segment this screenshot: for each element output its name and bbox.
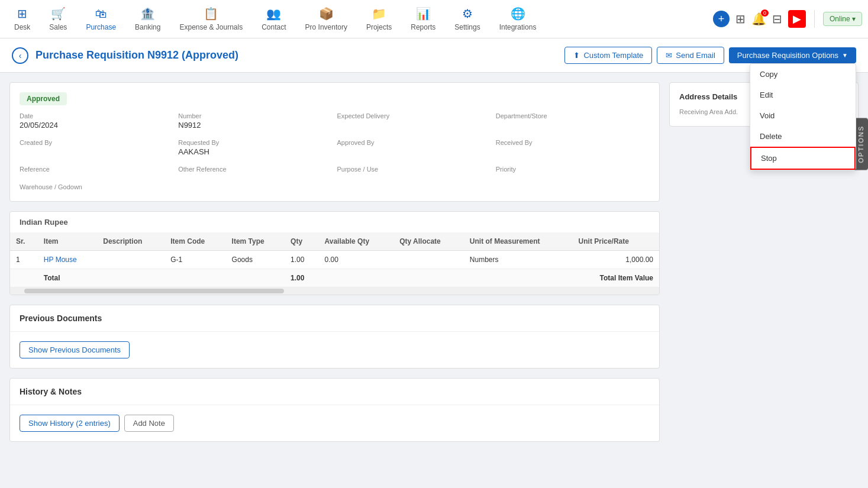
cell-uom: Numbers [464, 251, 573, 269]
nav-label-contact: Contact [262, 23, 286, 31]
field-department-store: Department/Store [496, 112, 650, 130]
main-content: Approved Date 20/05/2024 Number N9912 Ex… [0, 73, 868, 461]
nav-item-contact[interactable]: 👥 Contact [253, 2, 294, 36]
field-label-purpose-use: Purpose / Use [337, 166, 491, 173]
table-row: 1 HP Mouse G-1 Goods 1.00 0.00 Numbers 1… [10, 251, 659, 269]
nav-item-banking[interactable]: 🏦 Banking [127, 2, 169, 36]
options-dropdown-container: Purchase Requisition Options ▼ Copy Edit… [729, 47, 856, 63]
previous-documents-body: Show Previous Documents [10, 332, 659, 368]
col-header-available-qty: Available Qty [319, 232, 394, 251]
reports-icon: 📊 [416, 7, 431, 21]
add-note-button[interactable]: Add Note [124, 415, 174, 432]
dropdown-item-void[interactable]: Void [750, 105, 856, 126]
nav-item-integrations[interactable]: 🌐 Integrations [491, 2, 545, 36]
integrations-icon: 🌐 [511, 7, 525, 21]
nav-items: ⊞ Desk 🛒 Sales 🛍 Purchase 🏦 Banking 📋 Ex… [6, 2, 713, 36]
field-reference: Reference [20, 166, 173, 174]
nav-label-desk: Desk [14, 23, 30, 31]
status-badge: Approved [20, 92, 67, 105]
col-header-item-code: Item Code [164, 232, 225, 251]
nav-item-pro-inventory[interactable]: 📦 Pro Inventory [297, 2, 356, 36]
cell-item-code: G-1 [164, 251, 225, 269]
field-label-date: Date [20, 112, 173, 119]
field-label-other-reference: Other Reference [178, 166, 332, 173]
template-icon: ⬆ [573, 51, 580, 60]
notification-icon[interactable]: 🔔 0 [751, 12, 766, 26]
show-history-button[interactable]: Show History (2 entries) [20, 415, 120, 432]
previous-documents-header: Previous Documents [10, 305, 659, 332]
history-notes-header: History & Notes [10, 379, 659, 405]
field-value-date: 20/05/2024 [20, 121, 173, 130]
settings-icon: ⚙ [462, 7, 473, 21]
dropdown-item-edit[interactable]: Edit [750, 85, 856, 105]
field-value-number: N9912 [178, 121, 332, 130]
header-bar: ‹ Purchase Requisition N9912 (Approved) … [0, 38, 868, 73]
nav-item-sales[interactable]: 🛒 Sales [41, 2, 75, 36]
total-empty-3 [226, 269, 285, 287]
col-header-sr: Sr. [10, 232, 38, 251]
send-email-button[interactable]: ✉ Send Email [657, 47, 724, 64]
total-empty-2 [164, 269, 225, 287]
field-label-received-by: Received By [496, 139, 650, 146]
nav-right: + ⊞ 🔔 0 ⊟ ▶ Online ▾ [713, 10, 862, 28]
field-value-requested-by: AAKASH [178, 147, 332, 156]
history-notes-section: History & Notes Show History (2 entries)… [9, 378, 660, 442]
youtube-button[interactable]: ▶ [788, 10, 806, 28]
col-header-description: Description [97, 232, 164, 251]
field-label-requested-by: Requested By [178, 139, 332, 146]
nav-item-reports[interactable]: 📊 Reports [402, 2, 444, 36]
nav-label-projects: Projects [366, 23, 392, 31]
col-header-qty: Qty [285, 232, 318, 251]
scrollbar-thumb [24, 289, 284, 293]
back-button[interactable]: ‹ [12, 47, 28, 64]
dropdown-item-copy[interactable]: Copy [750, 64, 856, 85]
field-label-reference: Reference [20, 166, 173, 173]
show-previous-docs-button[interactable]: Show Previous Documents [20, 341, 130, 358]
nav-divider [814, 10, 815, 28]
stack-icon[interactable]: ⊞ [735, 12, 746, 26]
form-card: Approved Date 20/05/2024 Number N9912 Ex… [9, 82, 660, 202]
cell-sr: 1 [10, 251, 38, 269]
field-received-by: Received By [496, 139, 650, 156]
horizontal-scrollbar[interactable] [10, 287, 659, 295]
field-label-department-store: Department/Store [496, 112, 650, 119]
custom-template-button[interactable]: ⬆ Custom Template [564, 47, 652, 64]
col-header-unit-price: Unit Price/Rate [573, 232, 659, 251]
left-panel: Approved Date 20/05/2024 Number N9912 Ex… [9, 82, 660, 451]
total-item-value: Total Item Value [573, 269, 659, 287]
dropdown-item-delete[interactable]: Delete [750, 126, 856, 147]
dropdown-item-stop[interactable]: Stop [750, 147, 856, 170]
cell-item[interactable]: HP Mouse [38, 251, 97, 269]
grid-icon[interactable]: ⊟ [772, 12, 782, 26]
projects-icon: 📁 [372, 7, 386, 21]
nav-item-desk[interactable]: ⊞ Desk [6, 2, 38, 36]
nav-label-settings: Settings [454, 23, 480, 31]
dropdown-caret-icon: ▼ [842, 52, 848, 59]
expense-icon: 📋 [204, 7, 218, 21]
nav-item-purchase[interactable]: 🛍 Purchase [78, 2, 124, 36]
pro-inventory-icon: 📦 [319, 7, 334, 21]
cell-qty-allocate [393, 251, 464, 269]
total-empty-4 [319, 269, 394, 287]
field-warehouse-godown: Warehouse / Godown [20, 183, 173, 192]
total-label-text: Total [38, 269, 97, 287]
online-status-button[interactable]: Online ▾ [823, 12, 862, 26]
nav-item-expense[interactable]: 📋 Expense & Journals [171, 2, 251, 36]
field-label-approved-by: Approved By [337, 139, 491, 146]
back-icon: ‹ [19, 51, 22, 60]
nav-item-settings[interactable]: ⚙ Settings [446, 2, 488, 36]
add-button[interactable]: + [713, 11, 730, 27]
nav-item-projects[interactable]: 📁 Projects [358, 2, 400, 36]
purchase-requisition-options-button[interactable]: Purchase Requisition Options ▼ [729, 47, 856, 63]
history-notes-body: Show History (2 entries) Add Note [10, 405, 659, 441]
currency-label: Indian Rupee [10, 212, 659, 232]
cell-description [97, 251, 164, 269]
field-priority: Priority [496, 166, 650, 174]
cell-available-qty: 0.00 [319, 251, 394, 269]
header-actions: ⬆ Custom Template ✉ Send Email Purchase … [564, 47, 856, 64]
options-dropdown-menu: Copy Edit Void Delete Stop [750, 63, 856, 170]
nav-label-sales: Sales [49, 23, 67, 31]
items-table-section: Indian Rupee Sr. Item Description Item C… [9, 211, 660, 295]
total-empty-5 [393, 269, 464, 287]
nav-label-purchase: Purchase [86, 23, 116, 31]
